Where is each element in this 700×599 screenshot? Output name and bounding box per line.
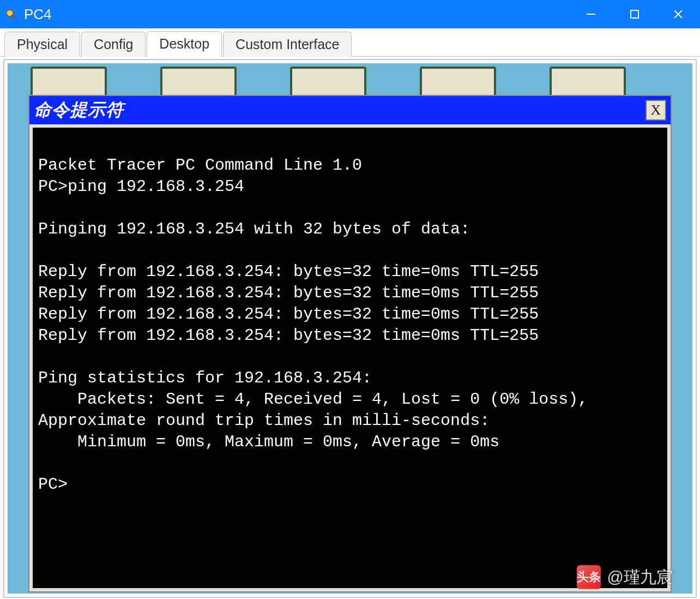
tab-config[interactable]: Config (81, 32, 146, 57)
watermark: 头条 @瑾九宸 (577, 565, 673, 589)
app-icon (5, 8, 19, 21)
watermark-logo-icon: 头条 (577, 565, 601, 589)
command-prompt-close-button[interactable]: X (645, 100, 666, 121)
tab-physical[interactable]: Physical (4, 32, 80, 57)
desktop-icons-row (9, 67, 691, 99)
minimize-button[interactable] (569, 0, 613, 28)
close-button[interactable] (656, 0, 700, 28)
tab-desktop[interactable]: Desktop (147, 31, 222, 57)
terminal-output[interactable]: Packet Tracer PC Command Line 1.0 PC>pin… (38, 155, 662, 495)
content-area: 命令提示符 X Packet Tracer PC Command Line 1.… (3, 59, 697, 598)
desktop-background: 命令提示符 X Packet Tracer PC Command Line 1.… (8, 63, 692, 594)
tabbar: Physical Config Desktop Custom Interface (0, 28, 700, 57)
command-prompt-title: 命令提示符 (33, 98, 124, 122)
maximize-button[interactable] (613, 0, 656, 28)
titlebar: PC4 (0, 0, 700, 28)
terminal-area[interactable]: Packet Tracer PC Command Line 1.0 PC>pin… (33, 128, 667, 588)
command-prompt-window: 命令提示符 X Packet Tracer PC Command Line 1.… (28, 95, 672, 592)
svg-rect-3 (631, 10, 638, 18)
tab-custom-interface[interactable]: Custom Interface (223, 32, 352, 57)
svg-rect-1 (10, 15, 16, 20)
command-prompt-titlebar[interactable]: 命令提示符 X (29, 96, 671, 124)
close-icon: X (651, 102, 661, 118)
watermark-text: @瑾九宸 (607, 566, 673, 589)
window-controls (569, 0, 700, 28)
window-title: PC4 (24, 6, 52, 23)
titlebar-left: PC4 (5, 6, 52, 23)
